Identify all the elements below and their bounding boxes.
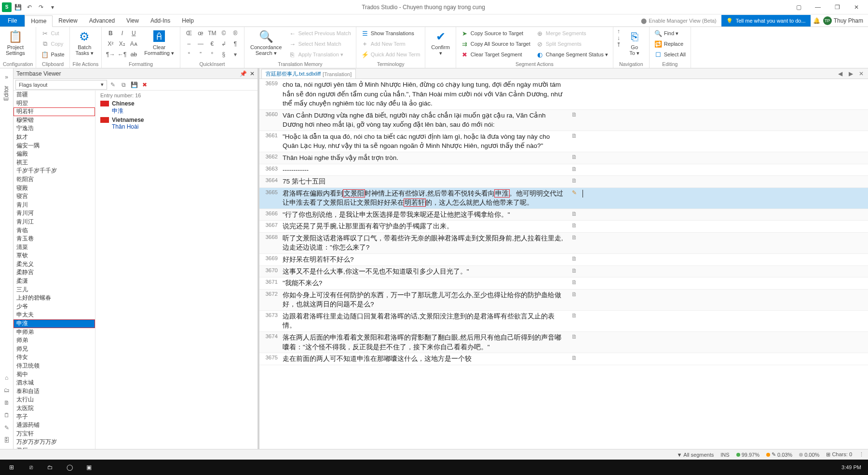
tab-advanced[interactable]: Advanced: [83, 15, 121, 26]
qi-btn[interactable]: Œ: [183, 28, 195, 39]
segment-row[interactable]: 3667说完还晃了晃手腕,让那里面有着守护蛊的手镯露了出来。🗎: [259, 221, 868, 233]
segment-grid[interactable]: 3659cho ta, nói ngươi yên tâm ở Minh Như…: [259, 79, 868, 449]
term-item[interactable]: 通源药铺: [14, 421, 95, 430]
add-new-term[interactable]: ＋Add New Term: [359, 39, 422, 49]
term-item[interactable]: 蜀中: [14, 370, 95, 379]
term-item[interactable]: 少爷: [14, 303, 95, 311]
clear-target-segment[interactable]: ✖Clear Target Segment: [459, 49, 532, 60]
tab-help[interactable]: Help: [176, 15, 200, 26]
status-menu-icon[interactable]: ⋮: [859, 451, 864, 458]
close-icon[interactable]: ✕: [847, 1, 866, 13]
restore-icon[interactable]: ❐: [827, 1, 847, 13]
term-item[interactable]: 侍卫统领: [14, 362, 95, 370]
qat-redo-icon[interactable]: ↷: [36, 2, 46, 13]
segment-source[interactable]: cho ta, nói ngươi yên tâm ở Minh Nhược H…: [281, 79, 568, 109]
term-item[interactable]: 寝宫: [14, 192, 95, 201]
side-reports-icon[interactable]: 🗒: [2, 410, 12, 420]
segment-source[interactable]: 这事又不是什么大事,你这一不见也不知道吸引多少人目光了。": [281, 266, 568, 277]
term-item[interactable]: 申淮: [14, 319, 95, 328]
term-item[interactable]: 乾阳宫: [14, 175, 95, 184]
qi-btn[interactable]: ¶: [230, 39, 241, 49]
tab-nav-left-icon[interactable]: ◀: [835, 69, 845, 79]
term-item[interactable]: 申师弟: [14, 328, 95, 337]
find-button[interactable]: 🔍Find ▾: [652, 28, 688, 39]
term-item[interactable]: 三儿: [14, 286, 95, 294]
segment-source[interactable]: 听了文景阳这话君洛晖叹了口气，带着些许无奈的眼神君洛晖走到文景阳身前,把人拉着往…: [281, 233, 568, 253]
file-tab[interactable]: File: [0, 15, 25, 26]
segment-source[interactable]: 君洛晖在偏殿内看到文景阳时神情上还有些惊讶,然后带着不悦转头看向申淮。他可明明交…: [281, 188, 568, 209]
qi-btn[interactable]: ®: [230, 28, 241, 39]
term-item[interactable]: 青玉巷: [14, 235, 95, 243]
segment-source[interactable]: 落在两人后面的申淮看着文景阳和君洛晖的背影翻了翻白眼,然后用只有他自己听得到的声…: [281, 332, 568, 353]
app-icon[interactable]: ▣: [79, 460, 98, 475]
segment-source[interactable]: 75 第七十五回: [281, 176, 568, 187]
segment-row[interactable]: 3671"我能不来么?🗎: [259, 277, 868, 290]
term-item[interactable]: 穆荣锴: [14, 116, 95, 125]
tab-review[interactable]: Review: [53, 15, 83, 26]
segment-target[interactable]: [581, 277, 868, 289]
notifications-icon[interactable]: 🔔: [811, 17, 823, 24]
tb-save-icon[interactable]: 💾: [129, 80, 139, 90]
tab-nav-right-icon[interactable]: ▶: [846, 69, 855, 79]
expand-icon[interactable]: »: [2, 72, 12, 82]
taskview-icon[interactable]: ⎚: [21, 460, 41, 475]
term-item[interactable]: 千岁千岁千千岁: [14, 167, 95, 175]
term-item[interactable]: 万岁万岁万万岁: [14, 438, 95, 447]
show-translations[interactable]: ☰Show Translations: [359, 28, 422, 39]
term-item[interactable]: 泗水城: [14, 379, 95, 387]
term-item[interactable]: 苗疆: [14, 91, 95, 99]
term-item[interactable]: 亭子: [14, 413, 95, 422]
copy-button[interactable]: ⧉Copy: [39, 39, 66, 49]
qi-btn[interactable]: TM: [206, 28, 218, 39]
nav-up-icon[interactable]: ↑: [617, 28, 620, 35]
segment-row[interactable]: 3673边跟着君洛晖往里走边随口回复着君洛晖的话,文景阳没注意到的是君洛晖有些欲…: [259, 311, 868, 332]
side-files-icon[interactable]: 🗎: [2, 398, 12, 408]
underline-button[interactable]: U: [128, 28, 139, 39]
select-prev-match[interactable]: ←Select Previous Match: [286, 28, 353, 39]
ltr-button[interactable]: ¶→: [105, 49, 116, 60]
qi-btn[interactable]: ↲: [218, 39, 230, 49]
tb-delete-icon[interactable]: ✖: [140, 80, 149, 90]
tb-copy-icon[interactable]: ⧉: [119, 80, 128, 90]
qi-btn[interactable]: €: [206, 39, 218, 49]
segment-row[interactable]: 366475 第七十五回🗎: [259, 176, 868, 188]
qi-btn[interactable]: §: [218, 49, 230, 60]
enable-manager-view[interactable]: ⬤Enable Manager View (Beta): [636, 18, 721, 24]
term-item[interactable]: 柔静宫: [14, 268, 95, 277]
term-item[interactable]: 青川: [14, 201, 95, 210]
segment-source[interactable]: "行了你也别说他，是我让申太医选择是带我来呢还是让他把这手镯拿给你。": [281, 209, 568, 221]
layout-dropdown[interactable]: Flags layout▾: [15, 80, 107, 90]
segment-target[interactable]: [581, 266, 868, 277]
quick-add-term[interactable]: ⚡Quick Add New Term: [359, 49, 422, 60]
segment-source[interactable]: "我能不来么?: [281, 277, 568, 289]
qat-save-icon[interactable]: 💾: [13, 2, 23, 13]
superscript-button[interactable]: X²: [105, 39, 116, 49]
term-item[interactable]: 柔潇: [14, 277, 95, 286]
segment-source[interactable]: ------------: [281, 164, 568, 176]
term-item[interactable]: 偏安一隅: [14, 142, 95, 150]
goto-button[interactable]: ⎘Go To ▾: [623, 28, 646, 57]
tell-me-search[interactable]: 💡Tell me what you want to do...: [721, 15, 811, 26]
term-item[interactable]: 偏殿: [14, 150, 95, 158]
segment-target[interactable]: [581, 131, 868, 152]
segment-source[interactable]: "Hoặc là dẫn ta qua đó, nói cho ta biết …: [281, 131, 568, 152]
select-all-button[interactable]: ☐Select All: [652, 49, 688, 60]
term-item[interactable]: 泰和自适: [14, 387, 95, 396]
segment-row[interactable]: 3672你如今身上可没有任何防护的东西，万一中了那玩意儿可怎么办,至少也得让给你…: [259, 290, 868, 311]
side-editor-icon[interactable]: ✎: [2, 423, 12, 433]
tab-addins[interactable]: Add-Ins: [145, 15, 176, 26]
segment-target[interactable]: [581, 353, 868, 365]
side-tm-icon[interactable]: 🗄: [2, 435, 12, 445]
qi-btn[interactable]: œ: [195, 28, 206, 39]
side-home-icon[interactable]: ⌂: [2, 373, 12, 383]
segment-target[interactable]: [581, 209, 868, 221]
segment-source[interactable]: 走在前面的两人可不知道申淮在那嘟囔这什么，这地方是一个较: [281, 353, 568, 365]
term-item[interactable]: 覃钦: [14, 251, 95, 260]
segment-target[interactable]: [581, 152, 868, 164]
segment-row[interactable]: 3665君洛晖在偏殿内看到文景阳时神情上还有些惊讶,然后带着不悦转头看向申淮。他…: [259, 188, 868, 209]
term-item[interactable]: 侍女: [14, 353, 95, 362]
segment-row[interactable]: 3663------------🗎: [259, 164, 868, 176]
term-item[interactable]: 青川河: [14, 209, 95, 218]
segment-target[interactable]: [581, 188, 868, 209]
copy-source-to-target[interactable]: ➤Copy Source to Target: [459, 28, 532, 39]
